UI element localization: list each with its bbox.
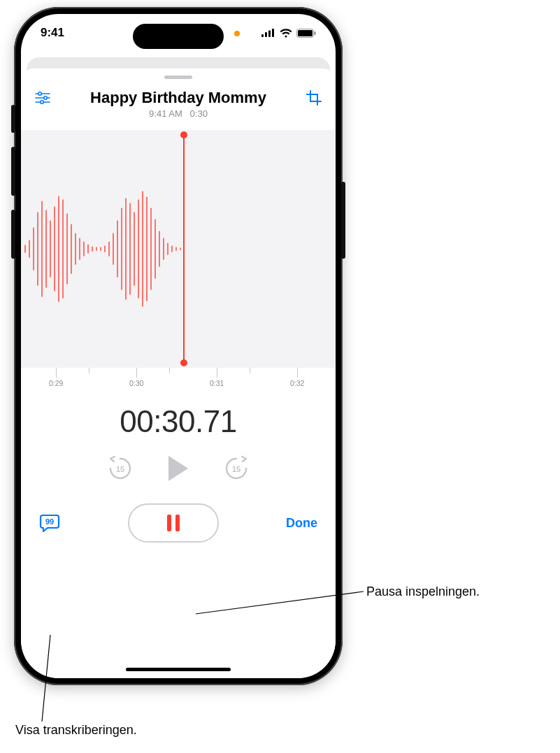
svg-line-57 xyxy=(42,635,50,722)
callout-transcript: Visa transkriberingen. xyxy=(15,723,137,738)
callout-line-transcript xyxy=(0,0,560,753)
